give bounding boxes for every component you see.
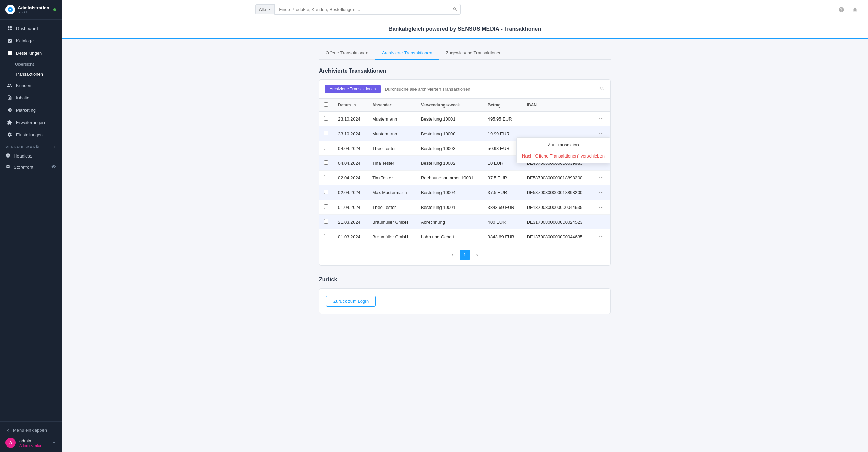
row-actions-btn-6[interactable]: ··· — [597, 203, 606, 211]
ctx-zur-transaktion-1[interactable]: Zur Transaktion — [517, 139, 610, 150]
collapse-menu-label: Menü einklappen — [13, 428, 47, 433]
back-section-title: Zurück — [319, 277, 611, 283]
archived-transactions-badge[interactable]: Archivierte Transaktionen — [325, 85, 381, 93]
search-icon[interactable] — [452, 7, 457, 12]
row-checkbox-cell — [319, 171, 333, 185]
row-purpose-0: Bestellung 10001 — [416, 112, 483, 126]
col-actions — [592, 99, 610, 112]
row-sender-0: Mustermann — [368, 112, 416, 126]
row-checkbox-cell — [319, 185, 333, 200]
row-sender-7: Braumüller GmbH — [368, 215, 416, 229]
row-amount-7: 400 EUR — [483, 215, 522, 229]
sidebar-item-erweiterungen[interactable]: Erweiterungen — [0, 116, 62, 128]
row-checkbox-6[interactable] — [324, 204, 328, 209]
row-actions-btn-4[interactable]: ··· — [597, 174, 606, 181]
col-datum: Datum ▼ — [333, 99, 368, 112]
help-icon[interactable] — [836, 5, 846, 14]
row-checkbox-8[interactable] — [324, 234, 328, 238]
search-input[interactable] — [274, 4, 460, 15]
sidebar-item-marketing[interactable]: Marketing — [0, 104, 62, 116]
sidebar-item-ubersicht[interactable]: Übersicht — [15, 59, 62, 69]
sidebar-item-kunden-label: Kunden — [16, 83, 32, 88]
ctx-verschieben-1[interactable]: Nach "Offene Transaktionen" verschieben — [517, 150, 610, 162]
sidebar-item-kataloge[interactable]: Kataloge — [0, 35, 62, 47]
extensions-icon — [7, 119, 13, 125]
select-all-checkbox[interactable] — [324, 102, 328, 107]
row-checkbox-cell — [319, 112, 333, 126]
datum-sort-icon[interactable]: ▼ — [354, 103, 357, 107]
pagination-next[interactable]: › — [472, 250, 482, 260]
back-to-login-button[interactable]: Zurück zum Login — [326, 296, 376, 307]
row-actions-btn-7[interactable]: ··· — [597, 218, 606, 226]
row-checkbox-4[interactable] — [324, 175, 328, 179]
row-checkbox-cell — [319, 200, 333, 215]
row-date-6: 01.04.2024 — [333, 200, 368, 215]
tab-archiviert[interactable]: Archivierte Transaktionen — [375, 47, 439, 60]
row-actions-btn-0[interactable]: ··· — [597, 115, 606, 123]
row-checkbox-0[interactable] — [324, 116, 328, 121]
back-section: Zurück Zurück zum Login — [319, 277, 611, 314]
headless-label: Headless — [14, 153, 32, 159]
svg-rect-3 — [8, 29, 9, 30]
row-amount-8: 3843.69 EUR — [483, 229, 522, 244]
table-search-icon[interactable] — [599, 86, 605, 92]
row-checkbox-cell — [319, 215, 333, 229]
sidebar-item-inhalte-label: Inhalte — [16, 95, 29, 100]
user-avatar: A — [5, 438, 16, 448]
sidebar-item-storefront[interactable]: Storefront — [0, 162, 62, 173]
content-icon — [7, 95, 13, 101]
orders-icon — [7, 50, 13, 56]
search-filter-dropdown[interactable]: Alle — [255, 4, 275, 14]
row-checkbox-1[interactable] — [324, 131, 328, 135]
row-actions-btn-1[interactable]: ··· — [597, 130, 606, 137]
tab-offen[interactable]: Offene Transaktionen — [319, 47, 375, 60]
row-checkbox-2[interactable] — [324, 146, 328, 150]
row-sender-6: Theo Tester — [368, 200, 416, 215]
pagination-prev[interactable]: ‹ — [447, 250, 458, 260]
row-sender-2: Theo Tester — [368, 141, 416, 156]
row-amount-6: 3843.69 EUR — [483, 200, 522, 215]
row-iban-6: DE13700800000000044635 — [522, 200, 592, 215]
table-row: 23.10.2024 Mustermann Bestellung 10001 4… — [319, 112, 610, 126]
storefront-icon — [5, 164, 10, 170]
app-version: 6.5.4.0 — [18, 10, 49, 14]
sidebar-item-bestellungen[interactable]: Bestellungen — [0, 47, 62, 59]
row-checkbox-cell — [319, 156, 333, 171]
sidebar-item-marketing-label: Marketing — [16, 108, 36, 113]
tab-zugewiesen[interactable]: Zugewiesene Transaktionen — [439, 47, 509, 60]
row-checkbox-3[interactable] — [324, 160, 328, 165]
row-purpose-6: Bestellung 10001 — [416, 200, 483, 215]
row-checkbox-cell — [319, 141, 333, 156]
add-sales-channel-icon[interactable]: + — [54, 145, 56, 149]
row-sender-4: Tim Tester — [368, 171, 416, 185]
user-menu-chevron[interactable] — [52, 440, 56, 445]
row-actions-cell-0: ··· — [592, 112, 610, 126]
sidebar-item-dashboard[interactable]: Dashboard — [0, 22, 62, 35]
user-info[interactable]: A admin Administrator — [5, 435, 56, 448]
chevron-down-icon — [268, 8, 271, 11]
col-select-all — [319, 99, 333, 112]
row-actions-btn-5[interactable]: ··· — [597, 189, 606, 196]
notification-icon[interactable] — [850, 5, 860, 14]
row-checkbox-5[interactable] — [324, 190, 328, 194]
row-actions-cell-6: ··· — [592, 200, 610, 215]
context-menu-1: Zur Transaktion Nach "Offene Transaktion… — [516, 137, 610, 163]
row-date-3: 04.04.2024 — [333, 156, 368, 171]
collapse-menu-btn[interactable]: Menü einklappen — [5, 426, 56, 435]
row-date-4: 02.04.2024 — [333, 171, 368, 185]
sidebar-item-transaktionen[interactable]: Transaktionen — [15, 69, 62, 79]
sidebar-item-erweiterungen-label: Erweiterungen — [16, 120, 45, 125]
sidebar-item-kunden[interactable]: Kunden — [0, 79, 62, 91]
sidebar-item-headless[interactable]: Headless — [0, 150, 62, 162]
pagination-page-1[interactable]: 1 — [460, 250, 470, 260]
sidebar-item-dashboard-label: Dashboard — [16, 26, 38, 31]
row-actions-cell-7: ··· — [592, 215, 610, 229]
row-actions-btn-8[interactable]: ··· — [597, 233, 606, 240]
row-purpose-5: Bestellung 10004 — [416, 185, 483, 200]
transactions-card: Archivierte Transaktionen — [319, 79, 611, 266]
sidebar-item-einstellungen[interactable]: Einstellungen — [0, 128, 62, 141]
row-checkbox-7[interactable] — [324, 219, 328, 224]
sidebar-item-inhalte[interactable]: Inhalte — [0, 91, 62, 104]
table-search-input[interactable] — [385, 87, 595, 92]
storefront-visibility-icon[interactable] — [51, 164, 56, 170]
